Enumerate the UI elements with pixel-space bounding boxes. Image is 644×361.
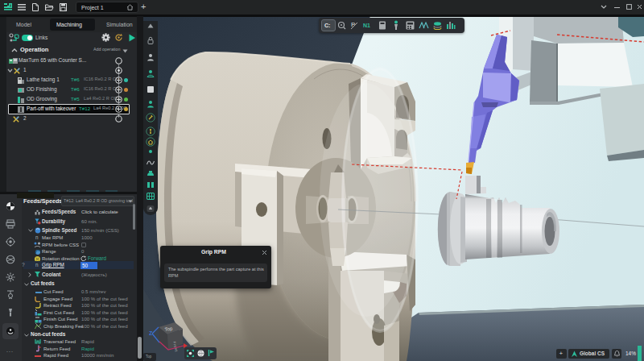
svg-text:Z: Z — [149, 330, 153, 336]
